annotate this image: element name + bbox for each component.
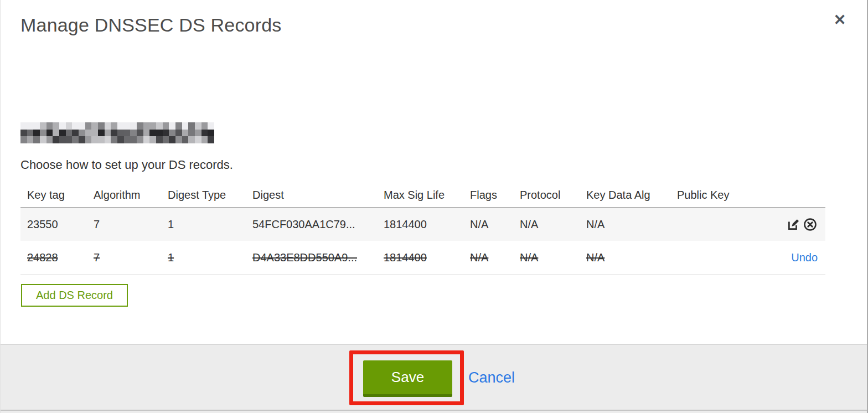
delete-record-button[interactable]: [803, 217, 818, 232]
cell-flags: N/A: [470, 218, 520, 231]
cell-digest-type: 1: [168, 218, 252, 231]
cancel-link[interactable]: Cancel: [468, 369, 515, 386]
cell-digest-type: 1: [168, 251, 252, 264]
column-header-key-tag: Key tag: [27, 189, 94, 202]
cell-algorithm: 7: [94, 251, 168, 264]
cell-key-data-alg: N/A: [586, 218, 677, 231]
cell-key-tag: 23550: [27, 218, 94, 231]
redacted-domain: [20, 122, 214, 143]
manage-dnssec-dialog: Manage DNSSEC DS Records ✕ Choose how to…: [0, 0, 868, 413]
cell-max-sig-life: 1814400: [384, 251, 470, 264]
save-button[interactable]: Save: [363, 360, 452, 397]
cell-protocol: N/A: [520, 218, 586, 231]
ds-records-table: Key tag Algorithm Digest Type Digest Max…: [20, 183, 825, 275]
column-header-protocol: Protocol: [520, 189, 586, 202]
close-icon[interactable]: ✕: [830, 10, 850, 30]
dialog-footer: Save Cancel: [1, 344, 867, 410]
delete-circle-x-icon: [803, 218, 817, 231]
annotation-highlight-box: Save: [349, 350, 464, 405]
column-header-digest: Digest: [252, 189, 384, 202]
column-header-flags: Flags: [470, 189, 520, 202]
table-header-row: Key tag Algorithm Digest Type Digest Max…: [20, 183, 825, 208]
cell-algorithm: 7: [94, 218, 168, 231]
cell-flags: N/A: [470, 251, 520, 264]
column-header-public-key: Public Key: [677, 189, 760, 202]
cell-key-tag: 24828: [27, 251, 94, 264]
column-header-max-sig-life: Max Sig Life: [384, 189, 470, 202]
cell-protocol: N/A: [520, 251, 586, 264]
column-header-digest-type: Digest Type: [168, 189, 252, 202]
column-header-algorithm: Algorithm: [94, 189, 168, 202]
cell-key-data-alg: N/A: [586, 251, 677, 264]
page-title: Manage DNSSEC DS Records: [20, 14, 282, 36]
subtitle-text: Choose how to set up your DS records.: [20, 158, 233, 172]
cell-max-sig-life: 1814400: [384, 218, 470, 231]
column-header-key-data-alg: Key Data Alg: [586, 189, 677, 202]
edit-record-button[interactable]: [786, 217, 801, 232]
cell-digest: 54FCF030AA1C79...: [252, 218, 384, 231]
edit-icon: [787, 218, 800, 231]
table-row: 23550 7 1 54FCF030AA1C79... 1814400 N/A …: [20, 208, 825, 241]
bottom-edge-divider: [1, 410, 867, 413]
add-ds-record-button[interactable]: Add DS Record: [21, 284, 128, 307]
table-row-deleted: 24828 7 1 D4A33E8DD550A9... 1814400 N/A …: [20, 241, 825, 275]
cell-digest: D4A33E8DD550A9...: [252, 251, 384, 264]
undo-link[interactable]: Undo: [791, 251, 818, 264]
